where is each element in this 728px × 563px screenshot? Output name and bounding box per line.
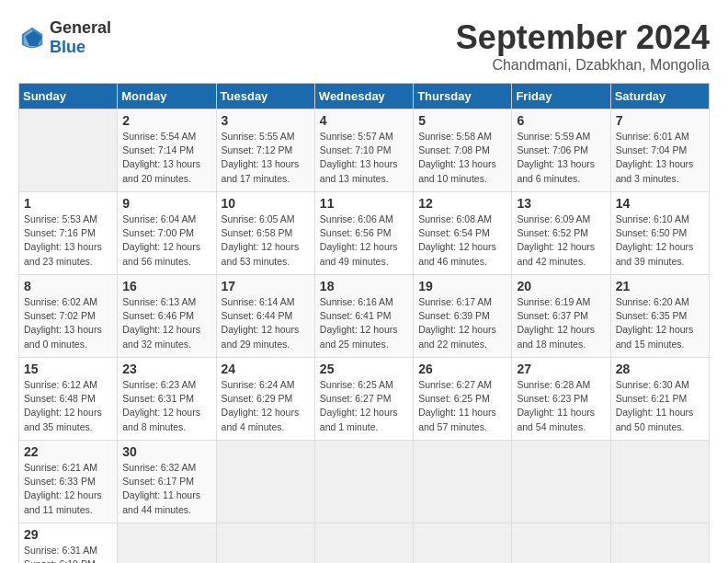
day-cell: 25Sunrise: 6:25 AM Sunset: 6:27 PM Dayli… xyxy=(314,358,413,441)
day-detail: Sunrise: 5:54 AM Sunset: 7:14 PM Dayligh… xyxy=(122,130,210,186)
day-detail: Sunrise: 6:17 AM Sunset: 6:39 PM Dayligh… xyxy=(418,295,506,351)
day-number: 11 xyxy=(320,196,408,211)
week-row-3: 8Sunrise: 6:02 AM Sunset: 7:02 PM Daylig… xyxy=(19,275,710,358)
calendar-table: SundayMondayTuesdayWednesdayThursdayFrid… xyxy=(18,83,710,563)
day-number: 13 xyxy=(517,196,605,211)
day-cell: 17Sunrise: 6:14 AM Sunset: 6:44 PM Dayli… xyxy=(216,275,314,358)
day-detail: Sunrise: 6:12 AM Sunset: 6:48 PM Dayligh… xyxy=(24,378,112,434)
day-cell xyxy=(314,523,413,564)
week-row-2: 1Sunrise: 5:53 AM Sunset: 7:16 PM Daylig… xyxy=(19,192,710,275)
day-detail: Sunrise: 5:57 AM Sunset: 7:10 PM Dayligh… xyxy=(320,130,408,186)
day-cell xyxy=(216,441,314,523)
column-header-saturday: Saturday xyxy=(610,84,709,109)
day-number: 15 xyxy=(24,362,112,376)
day-number: 2 xyxy=(122,113,210,128)
day-cell: 12Sunrise: 6:08 AM Sunset: 6:54 PM Dayli… xyxy=(414,192,512,275)
page-header: General Blue September 2024 Chandmani, D… xyxy=(18,18,710,74)
day-cell: 22Sunrise: 6:21 AM Sunset: 6:33 PM Dayli… xyxy=(19,441,118,523)
day-number: 12 xyxy=(418,196,506,211)
week-row-5: 22Sunrise: 6:21 AM Sunset: 6:33 PM Dayli… xyxy=(19,441,710,523)
day-detail: Sunrise: 6:13 AM Sunset: 6:46 PM Dayligh… xyxy=(122,295,210,351)
day-detail: Sunrise: 6:08 AM Sunset: 6:54 PM Dayligh… xyxy=(418,213,506,269)
day-number: 20 xyxy=(517,279,605,293)
day-cell: 15Sunrise: 6:12 AM Sunset: 6:48 PM Dayli… xyxy=(19,358,118,441)
day-number: 18 xyxy=(320,279,408,293)
day-number: 30 xyxy=(122,444,210,459)
day-detail: Sunrise: 6:10 AM Sunset: 6:50 PM Dayligh… xyxy=(616,213,704,269)
column-header-sunday: Sunday xyxy=(19,84,118,109)
day-cell: 11Sunrise: 6:06 AM Sunset: 6:56 PM Dayli… xyxy=(314,192,413,275)
day-cell: 20Sunrise: 6:19 AM Sunset: 6:37 PM Dayli… xyxy=(512,275,610,358)
day-cell xyxy=(118,523,216,564)
day-detail: Sunrise: 5:55 AM Sunset: 7:12 PM Dayligh… xyxy=(222,130,310,186)
day-cell: 8Sunrise: 6:02 AM Sunset: 7:02 PM Daylig… xyxy=(19,275,118,358)
day-number: 26 xyxy=(418,362,506,376)
day-detail: Sunrise: 6:27 AM Sunset: 6:25 PM Dayligh… xyxy=(418,378,506,434)
day-number: 9 xyxy=(122,196,210,211)
day-cell xyxy=(216,523,314,564)
day-cell xyxy=(414,523,512,564)
day-detail: Sunrise: 6:28 AM Sunset: 6:23 PM Dayligh… xyxy=(517,378,605,434)
day-detail: Sunrise: 6:02 AM Sunset: 7:02 PM Dayligh… xyxy=(24,295,112,351)
day-number: 14 xyxy=(616,196,704,211)
week-row-1: 2Sunrise: 5:54 AM Sunset: 7:14 PM Daylig… xyxy=(19,109,710,192)
column-header-tuesday: Tuesday xyxy=(216,84,314,109)
day-number: 4 xyxy=(320,113,408,128)
day-detail: Sunrise: 5:53 AM Sunset: 7:16 PM Dayligh… xyxy=(24,213,112,269)
day-detail: Sunrise: 6:30 AM Sunset: 6:21 PM Dayligh… xyxy=(616,378,704,434)
day-cell: 26Sunrise: 6:27 AM Sunset: 6:25 PM Dayli… xyxy=(414,358,512,441)
day-cell: 29Sunrise: 6:31 AM Sunset: 6:19 PM Dayli… xyxy=(19,523,118,564)
day-number: 1 xyxy=(24,196,112,211)
day-cell: 23Sunrise: 6:23 AM Sunset: 6:31 PM Dayli… xyxy=(118,358,216,441)
day-number: 25 xyxy=(320,362,408,376)
day-number: 23 xyxy=(122,362,210,376)
day-cell: 6Sunrise: 5:59 AM Sunset: 7:06 PM Daylig… xyxy=(512,109,610,192)
logo: General Blue xyxy=(18,18,111,57)
day-cell: 28Sunrise: 6:30 AM Sunset: 6:21 PM Dayli… xyxy=(610,358,709,441)
day-number: 7 xyxy=(616,113,704,128)
day-cell: 16Sunrise: 6:13 AM Sunset: 6:46 PM Dayli… xyxy=(118,275,216,358)
day-detail: Sunrise: 6:25 AM Sunset: 6:27 PM Dayligh… xyxy=(320,378,408,434)
day-detail: Sunrise: 6:06 AM Sunset: 6:56 PM Dayligh… xyxy=(320,213,408,269)
day-cell: 30Sunrise: 6:32 AM Sunset: 6:17 PM Dayli… xyxy=(118,441,216,523)
day-number: 21 xyxy=(616,279,704,293)
day-number: 19 xyxy=(418,279,506,293)
day-number: 27 xyxy=(517,362,605,376)
day-number: 28 xyxy=(616,362,704,376)
day-number: 24 xyxy=(222,362,310,376)
day-detail: Sunrise: 5:58 AM Sunset: 7:08 PM Dayligh… xyxy=(418,130,506,186)
day-number: 5 xyxy=(418,113,506,128)
day-number: 6 xyxy=(517,113,605,128)
day-cell: 5Sunrise: 5:58 AM Sunset: 7:08 PM Daylig… xyxy=(414,109,512,192)
day-detail: Sunrise: 6:04 AM Sunset: 7:00 PM Dayligh… xyxy=(122,213,210,269)
day-cell: 21Sunrise: 6:20 AM Sunset: 6:35 PM Dayli… xyxy=(610,275,709,358)
day-cell xyxy=(512,523,610,564)
day-cell xyxy=(414,441,512,523)
logo-blue: Blue xyxy=(50,38,85,56)
column-header-friday: Friday xyxy=(512,84,610,109)
logo-icon xyxy=(18,24,46,52)
column-header-thursday: Thursday xyxy=(414,84,512,109)
day-cell: 13Sunrise: 6:09 AM Sunset: 6:52 PM Dayli… xyxy=(512,192,610,275)
column-header-wednesday: Wednesday xyxy=(314,84,413,109)
day-cell: 19Sunrise: 6:17 AM Sunset: 6:39 PM Dayli… xyxy=(414,275,512,358)
day-cell: 7Sunrise: 6:01 AM Sunset: 7:04 PM Daylig… xyxy=(610,109,709,192)
day-detail: Sunrise: 6:09 AM Sunset: 6:52 PM Dayligh… xyxy=(517,213,605,269)
day-detail: Sunrise: 6:05 AM Sunset: 6:58 PM Dayligh… xyxy=(222,213,310,269)
day-detail: Sunrise: 5:59 AM Sunset: 7:06 PM Dayligh… xyxy=(517,130,605,186)
day-cell xyxy=(314,441,413,523)
calendar-header-row: SundayMondayTuesdayWednesdayThursdayFrid… xyxy=(19,84,710,109)
day-detail: Sunrise: 6:01 AM Sunset: 7:04 PM Dayligh… xyxy=(616,130,704,186)
day-cell xyxy=(610,441,709,523)
day-cell: 24Sunrise: 6:24 AM Sunset: 6:29 PM Dayli… xyxy=(216,358,314,441)
title-block: September 2024 Chandmani, Dzabkhan, Mong… xyxy=(456,18,710,74)
week-row-6: 29Sunrise: 6:31 AM Sunset: 6:19 PM Dayli… xyxy=(19,523,710,564)
day-number: 22 xyxy=(24,444,112,459)
month-title: September 2024 xyxy=(456,18,710,57)
day-detail: Sunrise: 6:16 AM Sunset: 6:41 PM Dayligh… xyxy=(320,295,408,351)
day-cell: 18Sunrise: 6:16 AM Sunset: 6:41 PM Dayli… xyxy=(314,275,413,358)
day-cell: 4Sunrise: 5:57 AM Sunset: 7:10 PM Daylig… xyxy=(314,109,413,192)
day-number: 29 xyxy=(24,527,112,542)
day-detail: Sunrise: 6:19 AM Sunset: 6:37 PM Dayligh… xyxy=(517,295,605,351)
day-number: 16 xyxy=(122,279,210,293)
